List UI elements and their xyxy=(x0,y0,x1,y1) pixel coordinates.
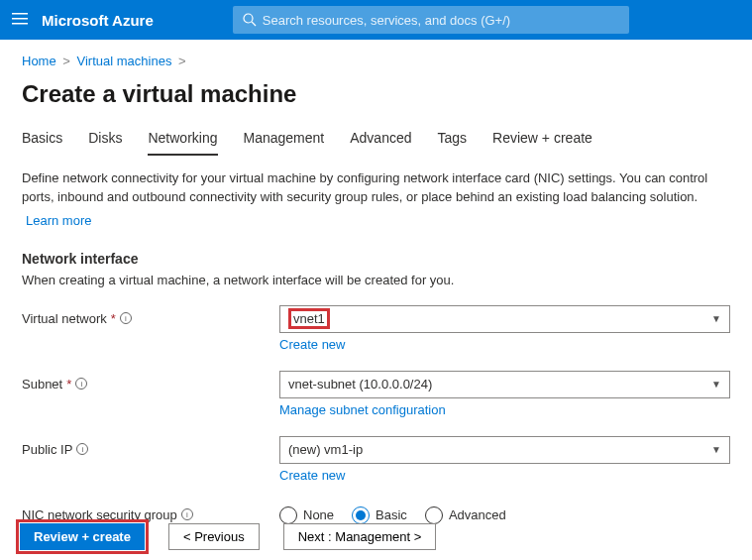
field-subnet: Subnet * i vnet-subnet (10.0.0.0/24) ▼ M… xyxy=(22,371,730,418)
info-icon[interactable]: i xyxy=(75,378,87,390)
menu-icon[interactable] xyxy=(12,11,28,29)
previous-button[interactable]: < Previous xyxy=(168,523,260,550)
tab-management[interactable]: Management xyxy=(244,130,325,156)
publicip-value: (new) vm1-ip xyxy=(288,442,363,457)
chevron-down-icon: ▼ xyxy=(711,379,721,390)
vnet-dropdown[interactable]: vnet1 ▼ xyxy=(279,305,730,333)
nsg-radio-none[interactable]: None xyxy=(279,506,334,524)
page-title: Create a virtual machine xyxy=(22,80,730,108)
tab-networking[interactable]: Networking xyxy=(148,130,217,156)
info-icon[interactable]: i xyxy=(76,443,88,455)
required-asterisk: * xyxy=(66,377,71,392)
nsg-label: NIC network security group i xyxy=(22,502,279,522)
nsg-radio-advanced[interactable]: Advanced xyxy=(425,506,506,524)
info-icon[interactable]: i xyxy=(120,312,132,324)
next-button[interactable]: Next : Management > xyxy=(283,523,437,550)
subnet-value: vnet-subnet (10.0.0.0/24) xyxy=(288,377,432,392)
field-virtual-network: Virtual network * i vnet1 ▼ Create new xyxy=(22,305,730,353)
publicip-label: Public IP i xyxy=(22,436,279,457)
breadcrumb-sep: > xyxy=(62,54,70,68)
page-content: Home > Virtual machines > Create a virtu… xyxy=(0,40,752,529)
required-asterisk: * xyxy=(111,311,116,326)
breadcrumb: Home > Virtual machines > xyxy=(22,54,730,68)
learn-more-link[interactable]: Learn more xyxy=(26,213,91,228)
subnet-dropdown[interactable]: vnet-subnet (10.0.0.0/24) ▼ xyxy=(279,371,730,398)
field-public-ip: Public IP i (new) vm1-ip ▼ Create new xyxy=(22,436,730,484)
tab-advanced[interactable]: Advanced xyxy=(350,130,411,156)
vnet-create-new-link[interactable]: Create new xyxy=(279,337,345,352)
description-text: Define network connectivity for your vir… xyxy=(22,169,725,207)
subnet-label: Subnet * i xyxy=(22,371,279,392)
search-box[interactable] xyxy=(233,6,629,34)
nsg-radio-basic[interactable]: Basic xyxy=(352,506,407,524)
tab-disks[interactable]: Disks xyxy=(88,130,122,156)
svg-point-0 xyxy=(244,14,253,23)
breadcrumb-vms[interactable]: Virtual machines xyxy=(77,54,172,68)
vnet-value: vnet1 xyxy=(288,308,330,329)
vnet-label: Virtual network * i xyxy=(22,305,279,326)
breadcrumb-home[interactable]: Home xyxy=(22,54,56,68)
section-title: Network interface xyxy=(22,251,730,267)
brand-label: Microsoft Azure xyxy=(42,12,154,29)
svg-line-1 xyxy=(252,22,256,26)
footer-actions: Review + create < Previous Next : Manage… xyxy=(20,523,436,550)
tab-basics[interactable]: Basics xyxy=(22,130,62,156)
tab-tags[interactable]: Tags xyxy=(438,130,468,156)
tab-review[interactable]: Review + create xyxy=(492,130,592,156)
topbar: Microsoft Azure xyxy=(0,0,752,40)
search-icon xyxy=(243,13,257,27)
review-create-button[interactable]: Review + create xyxy=(20,523,145,550)
publicip-dropdown[interactable]: (new) vm1-ip ▼ xyxy=(279,436,730,464)
tabs: Basics Disks Networking Management Advan… xyxy=(22,130,730,156)
section-subtitle: When creating a virtual machine, a netwo… xyxy=(22,273,730,287)
chevron-down-icon: ▼ xyxy=(711,444,721,455)
search-input[interactable] xyxy=(263,13,619,28)
chevron-down-icon: ▼ xyxy=(711,313,721,324)
publicip-create-new-link[interactable]: Create new xyxy=(279,468,345,483)
breadcrumb-sep: > xyxy=(178,54,186,68)
info-icon[interactable]: i xyxy=(181,508,193,520)
subnet-manage-link[interactable]: Manage subnet configuration xyxy=(279,402,446,417)
